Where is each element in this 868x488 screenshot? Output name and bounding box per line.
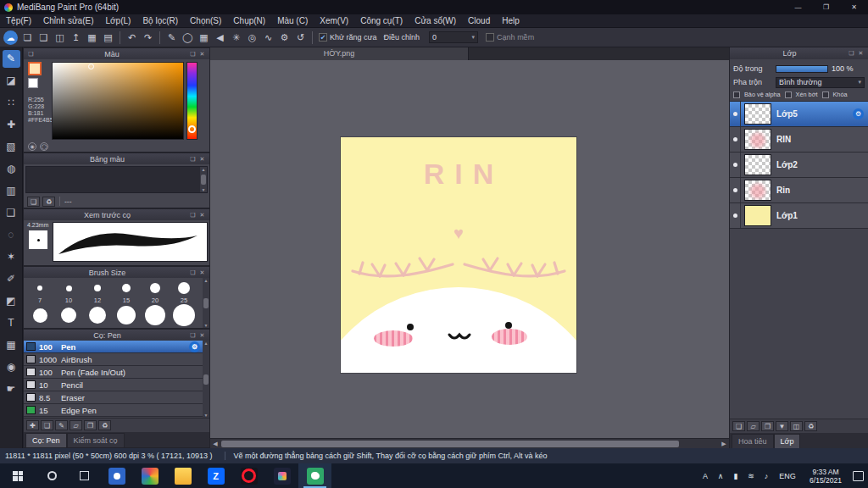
material-icon[interactable]: ▤: [100, 30, 116, 46]
brush-item-pencil[interactable]: 10 Pencil: [24, 379, 203, 391]
artwork[interactable]: RIN ♥: [341, 137, 576, 373]
taskbar-app-zalo[interactable]: Z: [199, 463, 232, 488]
pen-mode-icon[interactable]: ✎: [164, 30, 180, 46]
duplicate-brush-button[interactable]: ❐: [84, 420, 97, 430]
palette-swatch-area[interactable]: ▲ ▼: [25, 166, 208, 193]
background-color-swatch[interactable]: [28, 78, 38, 88]
panel-close-icon[interactable]: ✕: [198, 212, 207, 219]
brush-settings-gear-icon[interactable]: ⚙: [189, 341, 200, 352]
scroll-down-icon[interactable]: ▼: [204, 323, 209, 328]
scrollbar-thumb[interactable]: [203, 298, 209, 308]
select-pen-tool[interactable]: ✐: [3, 270, 20, 288]
hand-tool[interactable]: ☛: [3, 380, 20, 398]
brush-tool[interactable]: ✎: [3, 50, 20, 68]
brush-size-option[interactable]: [141, 280, 170, 297]
saturation-value-picker[interactable]: [52, 62, 184, 140]
delete-brush-button[interactable]: ♻: [98, 420, 111, 430]
taskbar-app-opera[interactable]: [232, 463, 265, 488]
panel-popout-icon[interactable]: ❏: [188, 269, 198, 276]
menu-cloud[interactable]: Cloud: [462, 14, 496, 28]
bucket-tool[interactable]: ◍: [3, 160, 20, 178]
tab-brush[interactable]: Cọ: Pen: [25, 433, 67, 447]
document-tab[interactable]: HỜY.png: [210, 47, 469, 60]
brush-item-pen-fade[interactable]: 100 Pen (Fade In/Out): [24, 366, 203, 379]
taskbar-app-design[interactable]: [265, 463, 298, 488]
brush-size-option[interactable]: [54, 304, 83, 326]
menu-tools[interactable]: Công cụ(T): [354, 14, 409, 28]
panel-close-icon[interactable]: ✕: [198, 269, 207, 276]
layer-row-lop2[interactable]: Lớp2: [730, 152, 868, 178]
layer-visibility-toggle[interactable]: [730, 178, 741, 202]
menu-view[interactable]: Xem(V): [314, 14, 354, 28]
volume-icon[interactable]: ♪: [761, 472, 771, 480]
network-icon[interactable]: ≋: [746, 472, 756, 480]
new-canvas-icon[interactable]: ❏: [19, 30, 36, 46]
layer-visibility-toggle[interactable]: [730, 152, 741, 177]
new-brush-button[interactable]: ❏: [41, 420, 53, 430]
brush-size-option[interactable]: [170, 280, 198, 297]
layer-visibility-toggle[interactable]: [730, 102, 741, 126]
layer-settings-gear-icon[interactable]: ⚙: [853, 108, 864, 119]
delete-swatch-button[interactable]: ♻: [42, 197, 55, 207]
add-swatch-button[interactable]: ❏: [27, 197, 40, 207]
taskbar-app-people[interactable]: [100, 463, 133, 488]
brush-size-option[interactable]: [54, 280, 83, 297]
brush-size-option[interactable]: [25, 280, 54, 297]
start-button[interactable]: [0, 463, 36, 488]
panel-popout-icon[interactable]: ❏: [188, 212, 198, 219]
hue-slider[interactable]: [186, 62, 198, 140]
export-icon[interactable]: ↥: [68, 30, 84, 46]
layer-row-rin-caps[interactable]: RIN: [730, 127, 868, 152]
new-folder-button[interactable]: ▱: [747, 421, 760, 431]
palette-scrollbar[interactable]: ▲ ▼: [200, 167, 207, 192]
brush-size-option[interactable]: [112, 280, 141, 297]
gradient-tool[interactable]: ▥: [3, 182, 20, 200]
tab-layers[interactable]: Lớp: [774, 434, 801, 448]
brush-size-option[interactable]: [83, 304, 112, 326]
parallel-snap-icon[interactable]: ◀: [212, 30, 228, 46]
brush-item-edge-pen[interactable]: 15 Edge Pen: [24, 404, 203, 417]
color-picker-marker[interactable]: [88, 64, 94, 69]
lock-checkbox[interactable]: [822, 92, 829, 98]
eraser-tool[interactable]: ◪: [3, 72, 20, 90]
brush-item-pen[interactable]: 100 Pen ⚙: [24, 341, 203, 353]
new-layer-button[interactable]: ❏: [732, 421, 745, 431]
scroll-right-icon[interactable]: ▶: [719, 441, 729, 447]
fill-tool[interactable]: ▧: [3, 138, 20, 156]
brush-size-option[interactable]: [141, 304, 170, 326]
curve-snap-icon[interactable]: ∿: [260, 30, 276, 46]
menu-filter[interactable]: Bộ lọc(R): [136, 14, 184, 28]
cross-snap-icon[interactable]: ✳: [228, 30, 244, 46]
blend-mode-dropdown[interactable]: Bình thường ▾: [776, 77, 865, 88]
search-button[interactable]: [36, 463, 68, 488]
input-indicator[interactable]: A: [700, 472, 710, 480]
grid-icon[interactable]: ▦: [84, 30, 100, 46]
menu-color[interactable]: Màu (C): [271, 14, 314, 28]
brush-size-scrollbar[interactable]: ▲ ▼: [203, 278, 209, 328]
taskbar-app-explorer[interactable]: [166, 463, 199, 488]
clipping-checkbox[interactable]: [785, 92, 792, 98]
menu-help[interactable]: Help: [496, 14, 526, 28]
panel-popout-icon[interactable]: ❏: [188, 332, 198, 339]
menu-edit[interactable]: Chỉnh sửa(E): [37, 14, 100, 28]
task-view-button[interactable]: [68, 463, 100, 488]
protect-alpha-checkbox[interactable]: [733, 92, 740, 98]
palette-name[interactable]: ---: [64, 197, 72, 206]
scrollbar-thumb[interactable]: [201, 175, 206, 185]
redo-icon[interactable]: ↷: [140, 30, 156, 46]
canvas-hscrollbar[interactable]: ◀ ▶: [210, 438, 729, 448]
text-tool[interactable]: T: [3, 314, 20, 332]
select-tool[interactable]: ❑: [3, 204, 20, 222]
scroll-down-icon[interactable]: ▼: [204, 413, 209, 418]
brush-item-eraser[interactable]: 8.5 Eraser: [24, 391, 203, 404]
menu-snap[interactable]: Chụp(N): [227, 14, 271, 28]
brush-size-option[interactable]: [25, 304, 54, 326]
brush-list-scrollbar[interactable]: ▲ ▼: [203, 341, 209, 418]
magic-wand-tool[interactable]: ✶: [3, 248, 20, 266]
panel-close-icon[interactable]: ✕: [856, 50, 865, 57]
menu-select[interactable]: Chọn(S): [184, 14, 227, 28]
action-center-icon[interactable]: [853, 471, 864, 481]
language-indicator[interactable]: ENG: [776, 472, 798, 480]
antialias-checkbox[interactable]: ✔: [319, 33, 327, 42]
maximize-button[interactable]: ❐: [812, 0, 840, 14]
